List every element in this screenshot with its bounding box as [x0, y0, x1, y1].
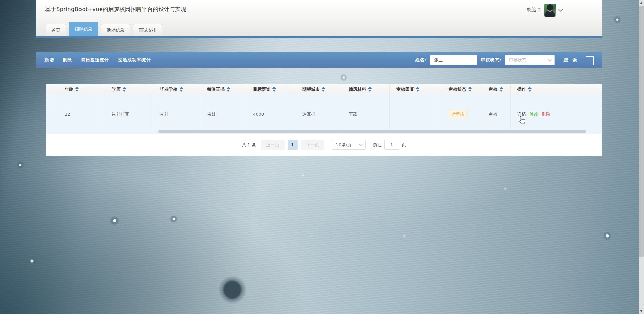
- sort-carets-icon[interactable]: [500, 87, 503, 92]
- column-header-age[interactable]: 年龄: [58, 84, 105, 94]
- horizontal-scrollbar-thumb[interactable]: [158, 130, 586, 133]
- page-number-1[interactable]: 1: [288, 140, 298, 150]
- sort-carets-icon[interactable]: [322, 87, 325, 92]
- page-size-value: 10条/页: [336, 142, 352, 148]
- chevron-down-icon: [548, 58, 552, 61]
- user-menu[interactable]: 欢迎 2: [527, 3, 562, 17]
- cell-select: [46, 94, 58, 134]
- name-input[interactable]: [430, 55, 477, 65]
- main-content: 基于SpringBoot+vue的启梦校园招聘平台的设计与实现 欢迎 2 首页 …: [36, 0, 602, 314]
- column-header-audit[interactable]: 审核: [482, 84, 511, 94]
- sort-carets-icon[interactable]: [468, 87, 472, 92]
- header-divider: [36, 36, 602, 38]
- column-header-reply[interactable]: 审核回复: [390, 84, 442, 94]
- table-header-row: 年龄 学历 毕业学校 荣誉证书 目标薪资 期望城市 简历材料 审核回复 审核状态…: [46, 84, 602, 94]
- column-header-salary[interactable]: 目标薪资: [246, 84, 295, 94]
- table-card: 年龄 学历 毕业学校 荣誉证书 目标薪资 期望城市 简历材料 审核回复 审核状态…: [46, 84, 602, 156]
- delete-link[interactable]: 删除: [542, 111, 550, 117]
- sort-carets-icon[interactable]: [227, 87, 230, 92]
- delete-button[interactable]: 删除: [63, 57, 72, 63]
- vertical-scrollbar[interactable]: [639, 0, 644, 314]
- column-header-education[interactable]: 学历: [105, 84, 153, 94]
- cell-reply: [390, 94, 442, 134]
- status-badge: 待审核: [449, 110, 468, 118]
- sort-carets-icon[interactable]: [180, 87, 183, 92]
- cell-certificate: 带娃: [200, 94, 246, 134]
- cell-resume: 下载: [342, 94, 390, 134]
- chevron-down-icon[interactable]: [558, 7, 563, 12]
- goto-page: 前往 页: [373, 140, 406, 150]
- sort-carets-icon[interactable]: [272, 87, 276, 92]
- cell-status: 待审核: [442, 94, 482, 134]
- sort-carets-icon[interactable]: [75, 87, 79, 92]
- column-header-select: [46, 84, 58, 94]
- welcome-text: 欢迎 2: [527, 7, 541, 13]
- goto-page-input[interactable]: [384, 140, 399, 150]
- app-header: 基于SpringBoot+vue的启梦校园招聘平台的设计与实现 欢迎 2 首页 …: [36, 0, 602, 36]
- cell-actions: 详情 修改 删除: [511, 94, 602, 134]
- detail-link[interactable]: 详情: [517, 111, 526, 117]
- tab-activity-info[interactable]: 活动信息: [101, 24, 130, 36]
- column-header-school[interactable]: 毕业学校: [153, 84, 200, 94]
- action-toolbar: 新增 删除 简历投递统计 投递成功率统计 姓名: 审核状态: 审核状态 搜 索: [36, 52, 602, 68]
- cell-school: 带娃: [153, 94, 200, 134]
- sort-carets-icon[interactable]: [528, 87, 532, 92]
- cell-audit: 审核: [482, 94, 511, 134]
- column-header-certificate[interactable]: 荣誉证书: [200, 84, 246, 94]
- vertical-scrollbar-thumb[interactable]: [639, 6, 644, 257]
- pagination: 共 1 条 上一页 1 下一页 10条/页 前往 页: [46, 134, 602, 156]
- success-rate-stats-button[interactable]: 投递成功率统计: [118, 57, 151, 63]
- tab-home[interactable]: 首页: [46, 24, 66, 36]
- status-select[interactable]: 审核状态: [505, 55, 555, 65]
- audit-link[interactable]: 审核: [489, 111, 497, 117]
- resume-stats-button[interactable]: 简历投递统计: [81, 57, 109, 63]
- search-button[interactable]: 搜 索: [564, 57, 578, 63]
- cell-salary: 4000: [246, 94, 295, 134]
- status-select-placeholder: 审核状态: [509, 57, 526, 63]
- column-header-actions[interactable]: 操作: [511, 84, 602, 94]
- column-header-status[interactable]: 审核状态: [442, 84, 482, 94]
- status-label: 审核状态:: [481, 57, 502, 63]
- scroll-up-arrow[interactable]: [639, 0, 644, 6]
- avatar[interactable]: [544, 4, 556, 17]
- edit-link[interactable]: 修改: [529, 111, 538, 117]
- goto-unit: 页: [402, 142, 406, 148]
- cell-age: 22: [58, 94, 105, 134]
- add-button[interactable]: 新增: [44, 57, 54, 63]
- next-page-button[interactable]: 下一页: [301, 140, 324, 150]
- page-title: 基于SpringBoot+vue的启梦校园招聘平台的设计与实现: [45, 6, 186, 13]
- cell-education: 带娃打完: [105, 94, 153, 134]
- goto-label: 前往: [373, 142, 382, 148]
- column-header-city[interactable]: 期望城市: [295, 84, 342, 94]
- download-link[interactable]: 下载: [349, 111, 357, 117]
- page-size-select[interactable]: 10条/页: [332, 140, 366, 150]
- total-count: 共 1 条: [242, 142, 256, 148]
- sort-carets-icon[interactable]: [368, 87, 372, 92]
- sort-carets-icon[interactable]: [416, 87, 419, 92]
- tab-recruitment-info[interactable]: 招聘信息: [69, 22, 98, 36]
- column-header-resume[interactable]: 简历材料: [342, 84, 390, 94]
- nav-tabs: 首页 招聘信息 活动信息 面试安排: [46, 22, 162, 36]
- chevron-down-icon: [359, 142, 362, 146]
- tab-interview-schedule[interactable]: 面试安排: [133, 24, 162, 36]
- cell-city: 达瓦打: [295, 94, 342, 134]
- name-label: 姓名:: [415, 57, 427, 63]
- corner-bracket-decoration: [586, 56, 594, 65]
- table-row: 22 带娃打完 带娃 带娃 4000 达瓦打 下载 待审核 审核 详情 修改 删…: [46, 94, 602, 134]
- prev-page-button[interactable]: 上一页: [261, 140, 285, 150]
- search-area: 姓名: 审核状态: 审核状态 搜 索: [415, 55, 594, 65]
- sort-carets-icon[interactable]: [123, 87, 126, 92]
- scroll-down-arrow[interactable]: [639, 308, 644, 314]
